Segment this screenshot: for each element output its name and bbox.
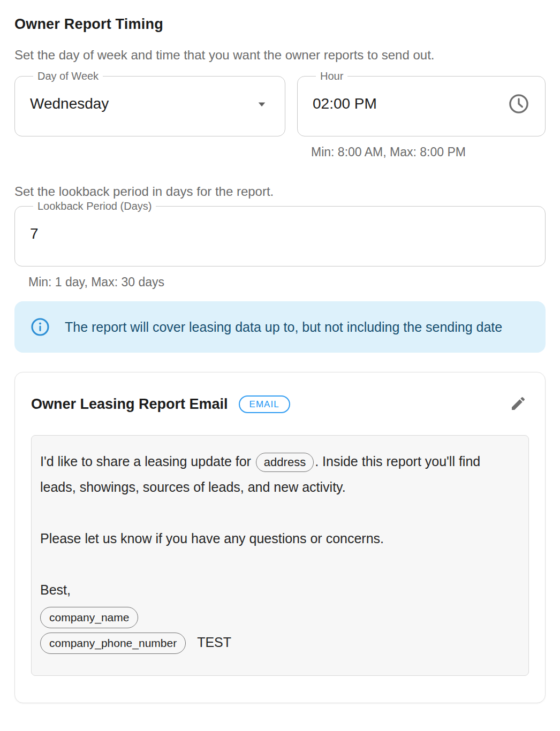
address-merge-chip[interactable]: address [256,453,314,472]
hour-value: 02:00 PM [313,95,377,112]
info-icon [31,317,50,337]
email-paragraph-intro: I'd like to share a leasing update for a… [40,448,511,500]
info-banner: The report will cover leasing data up to… [14,301,546,353]
hour-label: Hour [316,70,347,82]
hour-field-column: Hour 02:00 PM Min: 8:00 AM, Max: 8:00 PM [297,70,546,159]
hour-input[interactable]: Hour 02:00 PM [297,70,546,136]
company-phone-merge-chip[interactable]: company_phone_number [40,633,186,654]
owner-leasing-report-email-card: Owner Leasing Report Email EMAIL I'd lik… [14,372,546,703]
email-card-title: Owner Leasing Report Email [31,396,228,413]
email-card-header: Owner Leasing Report Email EMAIL [31,393,529,416]
company-name-merge-chip[interactable]: company_name [40,607,138,628]
timing-description: Set the day of week and time that you wa… [14,48,546,63]
timing-fields-row: Day of Week Wednesday Hour 02:00 PM [14,70,546,159]
hour-helper-text: Min: 8:00 AM, Max: 8:00 PM [311,145,546,159]
pencil-icon [510,395,527,414]
company-name-line: company_name [40,604,520,629]
page-title: Owner Report Timing [14,16,546,33]
trailing-test-text: TEST [197,635,231,650]
chevron-down-icon[interactable] [254,96,270,112]
email-signoff: Best, [40,577,511,603]
clock-icon[interactable] [508,93,530,115]
lookback-period-label: Lookback Period (Days) [33,200,156,212]
company-phone-line: company_phone_number TEST [40,629,520,655]
info-banner-text: The report will cover leasing data up to… [65,316,502,338]
lookback-helper-text: Min: 1 day, Max: 30 days [28,275,546,290]
day-of-week-label: Day of Week [33,70,103,82]
edit-email-button[interactable] [508,393,529,416]
lookback-description: Set the lookback period in days for the … [14,184,546,199]
owner-report-timing-page: Owner Report Timing Set the day of week … [0,0,560,725]
intro-text-before-chip: I'd like to share a leasing update for [40,454,255,469]
email-type-badge: EMAIL [239,395,290,413]
email-paragraph-questions: Please let us know if you have any quest… [40,526,511,551]
lookback-period-input[interactable]: Lookback Period (Days) 7 [14,200,546,266]
email-body-preview: I'd like to share a leasing update for a… [31,435,529,676]
day-of-week-select[interactable]: Day of Week Wednesday [14,70,285,136]
lookback-period-value: 7 [30,225,39,242]
day-of-week-value: Wednesday [30,95,109,112]
